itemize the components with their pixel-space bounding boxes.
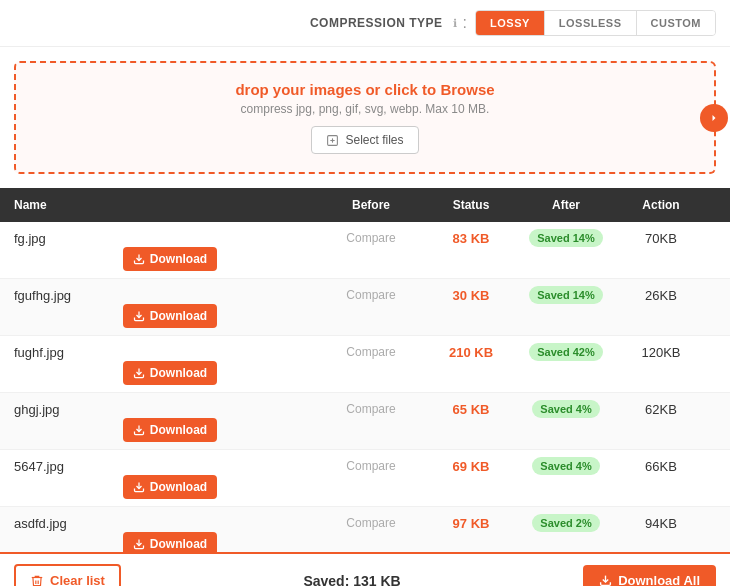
download-all-button[interactable]: Download All [583,565,716,586]
table-row: fgufhg.jpg Compare 30 KB Saved 14% 26KB … [0,279,730,336]
col-action: Action [606,198,716,212]
download-all-icon [599,574,612,586]
status-cell: Saved 4% [526,400,606,418]
compression-header: COMPRESSION TYPE ℹ : LOSSY LOSSLESS CUST… [0,0,730,47]
col-after: After [526,198,606,212]
action-cell: Download [14,304,326,328]
file-name: fg.jpg [14,231,326,246]
col-name: Name [14,198,326,212]
app-container: COMPRESSION TYPE ℹ : LOSSY LOSSLESS CUST… [0,0,730,586]
before-size: 83 KB [416,231,526,246]
before-size: 65 KB [416,402,526,417]
download-button[interactable]: Download [123,247,217,271]
table-row: fg.jpg Compare 83 KB Saved 14% 70KB Down… [0,222,730,279]
table-body: fg.jpg Compare 83 KB Saved 14% 70KB Down… [0,222,730,552]
action-cell: Download [14,418,326,442]
footer: Clear list Saved: 131 KB Download All [0,552,730,586]
status-badge: Saved 42% [529,343,602,361]
status-cell: Saved 14% [526,229,606,247]
download-button[interactable]: Download [123,532,217,552]
clear-list-label: Clear list [50,573,105,586]
file-name: fgufhg.jpg [14,288,326,303]
download-button[interactable]: Download [123,475,217,499]
select-files-label: Select files [345,133,403,147]
col-before: Before [326,198,416,212]
download-button[interactable]: Download [123,361,217,385]
status-cell: Saved 42% [526,343,606,361]
drop-zone-arrow [700,104,728,132]
download-button[interactable]: Download [123,304,217,328]
lossy-button[interactable]: LOSSY [476,11,545,35]
after-size: 26KB [606,288,716,303]
after-size: 66KB [606,459,716,474]
table-header: Name Before Status After Action [0,188,730,222]
status-badge: Saved 2% [532,514,599,532]
compare-link[interactable]: Compare [326,459,416,473]
compression-type-label: COMPRESSION TYPE [310,16,443,30]
col-status: Status [416,198,526,212]
footer-saved-text: Saved: 131 KB [303,573,400,587]
clear-list-button[interactable]: Clear list [14,564,121,586]
drop-zone[interactable]: drop your images or click to Browse comp… [14,61,716,174]
download-icon [133,481,145,493]
table-row: fughf.jpg Compare 210 KB Saved 42% 120KB… [0,336,730,393]
select-files-button[interactable]: Select files [311,126,418,154]
before-size: 69 KB [416,459,526,474]
trash-icon [30,574,44,587]
status-cell: Saved 2% [526,514,606,532]
drop-zone-subtitle: compress jpg, png, gif, svg, webp. Max 1… [241,102,490,116]
after-size: 70KB [606,231,716,246]
action-cell: Download [14,475,326,499]
before-size: 97 KB [416,516,526,531]
table-row: asdfd.jpg Compare 97 KB Saved 2% 94KB Do… [0,507,730,552]
custom-button[interactable]: CUSTOM [637,11,715,35]
download-all-label: Download All [618,573,700,586]
file-table: Name Before Status After Action fg.jpg C… [0,188,730,552]
action-cell: Download [14,532,326,552]
after-size: 62KB [606,402,716,417]
compare-link[interactable]: Compare [326,516,416,530]
status-badge: Saved 4% [532,457,599,475]
before-size: 30 KB [416,288,526,303]
action-cell: Download [14,247,326,271]
file-name: asdfd.jpg [14,516,326,531]
status-badge: Saved 4% [532,400,599,418]
drop-zone-title: drop your images or click to Browse [235,81,494,98]
table-row: ghgj.jpg Compare 65 KB Saved 4% 62KB Dow… [0,393,730,450]
file-icon [326,134,339,147]
download-icon [133,367,145,379]
download-icon [133,253,145,265]
compression-type-buttons: LOSSY LOSSLESS CUSTOM [475,10,716,36]
arrow-icon [708,112,720,124]
lossless-button[interactable]: LOSSLESS [545,11,637,35]
download-icon [133,310,145,322]
table-row: 5647.jpg Compare 69 KB Saved 4% 66KB Dow… [0,450,730,507]
compare-link[interactable]: Compare [326,402,416,416]
status-cell: Saved 14% [526,286,606,304]
compare-link[interactable]: Compare [326,345,416,359]
status-cell: Saved 4% [526,457,606,475]
download-icon [133,424,145,436]
before-size: 210 KB [416,345,526,360]
download-button[interactable]: Download [123,418,217,442]
status-badge: Saved 14% [529,229,602,247]
action-cell: Download [14,361,326,385]
download-icon [133,538,145,550]
status-badge: Saved 14% [529,286,602,304]
compare-link[interactable]: Compare [326,288,416,302]
after-size: 94KB [606,516,716,531]
after-size: 120KB [606,345,716,360]
file-name: 5647.jpg [14,459,326,474]
compare-link[interactable]: Compare [326,231,416,245]
file-name: fughf.jpg [14,345,326,360]
file-name: ghgj.jpg [14,402,326,417]
info-icon[interactable]: ℹ [453,17,457,30]
